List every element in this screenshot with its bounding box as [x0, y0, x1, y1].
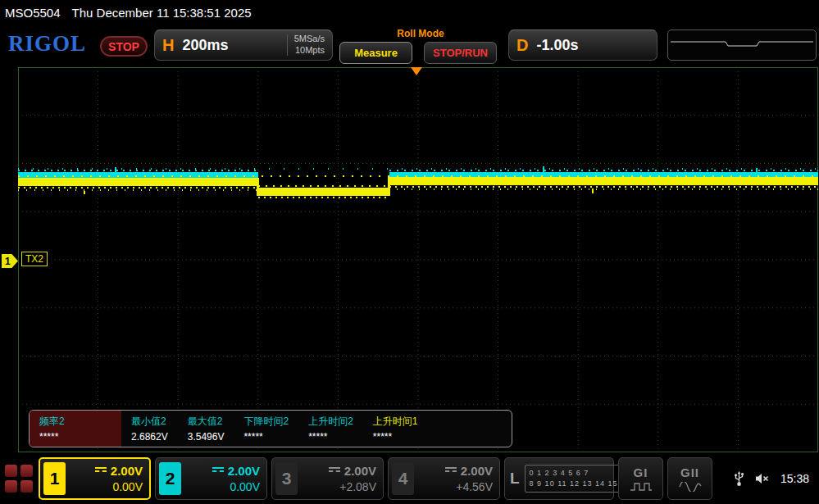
bottom-bar: 1 2.00V 0.00V 2 2.00V 0.00V 3 2.00V +2.0…: [0, 453, 819, 504]
measurement-label: 上升时间1: [373, 415, 418, 429]
channel-1-number: 1: [43, 462, 66, 495]
channel-3-box[interactable]: 3 2.00V +2.08V: [271, 457, 384, 500]
channel-3-number: 3: [275, 462, 298, 495]
square-wave-icon: [630, 482, 653, 492]
channel-4-offset: +4.56V: [456, 480, 493, 493]
channel-3-offset: +2.08V: [339, 480, 376, 493]
menu-button[interactable]: [3, 460, 34, 497]
dc-coupling-icon: [329, 467, 340, 474]
grid-and-waveform: [18, 67, 818, 452]
rigol-logo: RIGOL: [8, 31, 86, 57]
measurement-value: *****: [308, 431, 353, 443]
measurement-max2[interactable]: 最大值2 3.5496V: [178, 411, 234, 447]
channel-1-offset: 0.00V: [112, 480, 143, 493]
delay-label: D: [516, 36, 528, 55]
grid: [18, 67, 818, 452]
delay-value: -1.00s: [536, 37, 649, 54]
measurement-label: 上升时间2: [308, 415, 353, 429]
timebase-value: 200ms: [182, 37, 280, 54]
measurement-value: 2.6862V: [131, 431, 168, 443]
measurement-value: *****: [243, 431, 289, 443]
measurement-value: 3.5496V: [188, 431, 225, 443]
measurement-falltime2[interactable]: 下降时间2 *****: [234, 411, 298, 447]
dc-coupling-icon: [95, 467, 107, 474]
memory-depth: 10Mpts: [295, 45, 325, 57]
sine-wave-icon: [679, 482, 702, 492]
usb-icon: [734, 471, 744, 487]
delay-box[interactable]: D -1.00s: [508, 30, 657, 61]
channel-4-number: 4: [392, 462, 414, 495]
measurement-label: 最大值2: [188, 415, 225, 429]
sample-rate: 5MSa/s: [294, 34, 325, 45]
channel-4-scale: 2.00V: [461, 464, 493, 478]
channel-2-number: 2: [159, 462, 181, 495]
generator2-label: GII: [680, 465, 699, 479]
graticule: TX2 频率2 ***** 最小值2 2.6862V 最大值2 3.5496V …: [18, 67, 818, 452]
clock: 15:38: [780, 472, 809, 485]
run-state-badge: STOP: [100, 36, 148, 57]
model-name: MSO5504: [5, 6, 61, 20]
channel-2-offset: 0.00V: [230, 480, 260, 493]
dc-coupling-icon: [212, 467, 224, 474]
horizontal-timebase-box[interactable]: H 200ms 5MSa/s 10Mpts: [154, 30, 333, 61]
speaker-muted-icon: [755, 473, 770, 484]
channel-4-box[interactable]: 4 2.00V +4.56V: [388, 457, 500, 500]
logic-row1: 0 1 2 3 4 5 6 7: [530, 469, 589, 477]
measurement-frequency2[interactable]: 频率2 *****: [30, 411, 121, 447]
logic-row2: 8 9 10 11 12 13 14 15: [530, 479, 618, 488]
status-icons: 15:38: [734, 471, 816, 487]
measurement-min2[interactable]: 最小值2 2.6862V: [121, 411, 178, 447]
channel-3-scale: 2.00V: [344, 464, 376, 478]
trace-label-tx2: TX2: [21, 252, 48, 266]
preview-trace: [668, 30, 816, 60]
measurement-value: *****: [39, 431, 111, 443]
datetime: Thu December 11 15:38:51 2025: [72, 6, 252, 20]
channel-1-scale: 2.00V: [111, 464, 143, 478]
dc-coupling-icon: [445, 467, 457, 474]
logic-channels-box[interactable]: L 0 1 2 3 4 5 6 7 8 9 10 11 12 13 14 15: [504, 457, 614, 500]
stop-run-button[interactable]: STOP/RUN: [424, 42, 497, 64]
measurement-risetime1[interactable]: 上升时间1 *****: [363, 411, 428, 447]
measurement-value: *****: [373, 431, 418, 443]
measurement-label: 最小值2: [131, 415, 168, 429]
measurement-risetime2[interactable]: 上升时间2 *****: [298, 411, 363, 447]
header-bar: RIGOL STOP H 200ms 5MSa/s 10Mpts Roll Mo…: [0, 25, 819, 67]
logic-label: L: [510, 470, 520, 488]
ch2-trace: [18, 166, 818, 178]
channel-2-scale: 2.00V: [228, 464, 260, 478]
waveform-preview[interactable]: [667, 30, 817, 61]
channel1-position-marker[interactable]: 1: [2, 254, 18, 268]
generator1-label: GI: [634, 465, 648, 479]
roll-mode-label: Roll Mode: [384, 28, 457, 39]
measure-button[interactable]: Measure: [339, 42, 412, 64]
channel-2-box[interactable]: 2 2.00V 0.00V: [155, 457, 267, 500]
divider: [287, 34, 288, 56]
trigger-position-marker: [411, 67, 422, 75]
generator2-button[interactable]: GII: [667, 457, 712, 500]
measurement-label: 频率2: [39, 415, 111, 429]
measurement-label: 下降时间2: [243, 415, 289, 429]
channel-1-box[interactable]: 1 2.00V 0.00V: [39, 457, 151, 500]
titlebar: MSO5504 Thu December 11 15:38:51 2025: [0, 0, 819, 25]
measurement-panel: 频率2 ***** 最小值2 2.6862V 最大值2 3.5496V 下降时间…: [29, 410, 512, 447]
horizontal-label: H: [162, 36, 174, 55]
generator1-button[interactable]: GI: [618, 457, 663, 500]
